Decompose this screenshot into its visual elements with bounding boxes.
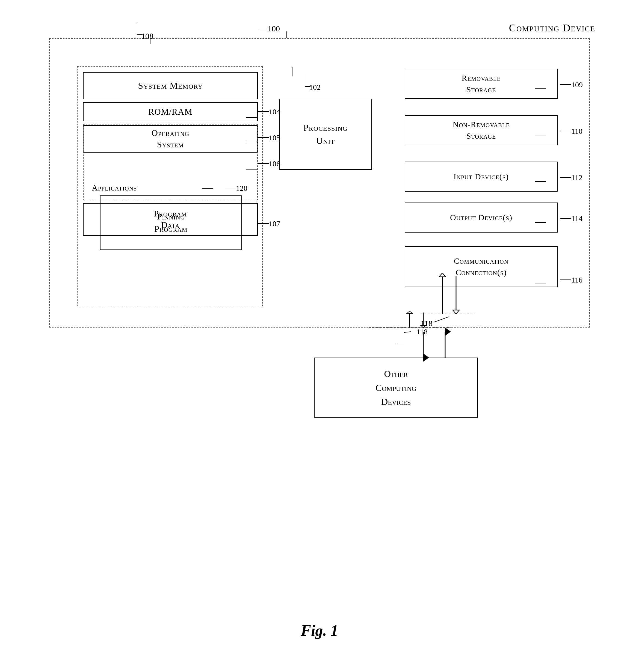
double-arrow-svg: 118 [421,273,486,360]
other-computing-devices-box: OtherComputingDevices [314,357,478,418]
fig-caption: Fig. 1 [301,622,338,639]
svg-line-38 [404,332,411,333]
system-memory-label: System Memory [138,81,203,91]
diagram-container: Computing Device 100 108 System Memory R… [27,16,612,617]
removable-storage-label: RemovableStorage [462,72,501,95]
ref-100: 100 [268,24,280,33]
processing-unit-label: ProcessingUnit [303,121,348,147]
rom-ram-label: ROM/RAM [148,107,192,117]
applications-label: Applications [92,183,137,192]
other-computing-devices-label: OtherComputingDevices [375,367,416,409]
program-data-box: ProgramData [83,203,258,236]
non-removable-storage-box: Non-RemovableStorage [405,115,558,145]
removable-storage-box: RemovableStorage [405,69,558,99]
system-memory-inner-box: System Memory [83,72,258,99]
svg-marker-43 [453,310,459,314]
svg-line-44 [434,317,449,322]
input-devices-label: Input Device(s) [454,171,509,182]
program-data-label: ProgramData [154,208,187,231]
input-devices-box: Input Device(s) [405,162,558,192]
computing-device-label: Computing Device [509,22,595,34]
output-devices-label: Output Device(s) [450,212,512,223]
rom-ram-box: ROM/RAM [83,102,258,121]
output-devices-box: Output Device(s) [405,203,558,233]
computing-device-box: 108 System Memory ROM/RAM OperatingSyste… [49,38,590,327]
system-memory-box: System Memory ROM/RAM OperatingSystem Ap… [77,66,263,306]
processing-unit-box: ProcessingUnit [279,99,372,170]
non-removable-storage-label: Non-RemovableStorage [453,119,510,142]
svg-marker-34 [407,311,412,313]
svg-text:118: 118 [421,319,433,328]
svg-marker-41 [439,273,446,277]
